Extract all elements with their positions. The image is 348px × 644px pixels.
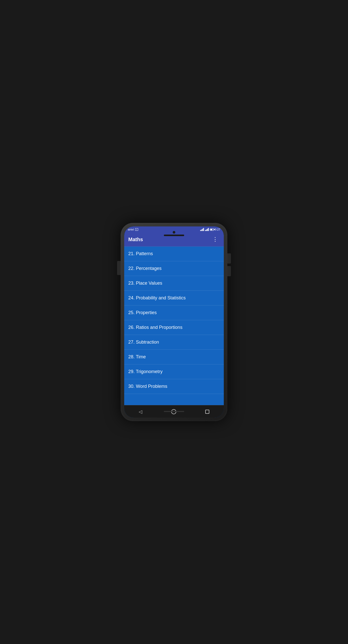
signal-icon-2 bbox=[205, 228, 209, 231]
phone-bottom-bar bbox=[164, 411, 184, 412]
list-item[interactable]: 27. Subtraction bbox=[124, 335, 224, 350]
list-item[interactable]: 22. Percentages bbox=[124, 261, 224, 276]
list-item-text: 23. Place Values bbox=[128, 281, 162, 286]
list-item-text: 29. Trigonometry bbox=[128, 369, 163, 374]
recents-icon bbox=[205, 410, 209, 414]
list-item-text: 28. Time bbox=[128, 354, 146, 359]
volume-down-button[interactable] bbox=[227, 266, 231, 276]
status-time: 9:27 bbox=[215, 228, 220, 231]
list-item[interactable]: 24. Probability and Statistics bbox=[124, 291, 224, 305]
back-button[interactable]: ◁ bbox=[136, 408, 145, 416]
topic-list: 21. Patterns22. Percentages23. Place Val… bbox=[124, 247, 224, 405]
volume-up-button[interactable] bbox=[227, 253, 231, 264]
battery-icon bbox=[210, 228, 214, 231]
screen-content: airtel bbox=[124, 226, 224, 418]
phone-device: airtel bbox=[121, 223, 227, 421]
speaker bbox=[164, 235, 184, 236]
list-item-text: 22. Percentages bbox=[128, 266, 162, 271]
list-item[interactable]: 25. Properties bbox=[124, 305, 224, 320]
app-title: Maths bbox=[128, 237, 143, 242]
power-button[interactable] bbox=[117, 261, 121, 275]
list-item[interactable]: 30. Word Problems bbox=[124, 379, 224, 394]
recents-button[interactable] bbox=[202, 409, 212, 415]
list-item-text: 27. Subtraction bbox=[128, 340, 159, 345]
back-icon: ◁ bbox=[139, 409, 142, 415]
signal-icon-1 bbox=[200, 228, 204, 231]
phone-screen: airtel bbox=[124, 226, 224, 418]
list-item-text: 21. Patterns bbox=[128, 251, 153, 256]
list-item-text: 24. Probability and Statistics bbox=[128, 295, 186, 300]
list-item-text: 25. Properties bbox=[128, 310, 157, 315]
list-item[interactable]: 29. Trigonometry bbox=[124, 364, 224, 379]
front-camera bbox=[173, 231, 175, 234]
carrier-name: airtel bbox=[128, 228, 134, 231]
more-options-button[interactable]: ⋮ bbox=[211, 236, 220, 243]
list-item-text: 30. Word Problems bbox=[128, 384, 167, 389]
list-item[interactable]: 26. Ratios and Proportions bbox=[124, 320, 224, 335]
list-item-text: 26. Ratios and Proportions bbox=[128, 325, 182, 330]
notification-image-icon bbox=[135, 228, 138, 231]
list-item[interactable]: 21. Patterns bbox=[124, 247, 224, 261]
status-right: 9:27 bbox=[200, 228, 220, 231]
status-left: airtel bbox=[128, 228, 138, 231]
list-item[interactable]: 23. Place Values bbox=[124, 276, 224, 291]
list-item[interactable]: 28. Time bbox=[124, 350, 224, 364]
